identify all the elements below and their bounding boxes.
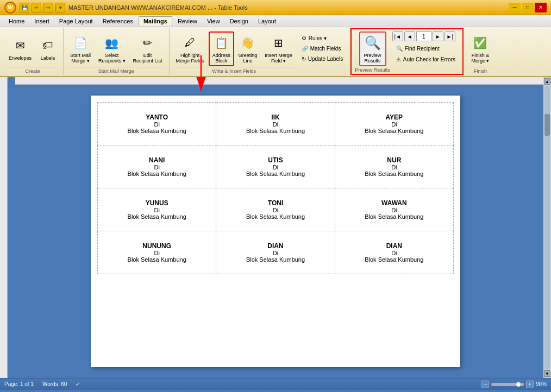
page-indicator: Page: 1 of 1 [4, 381, 34, 387]
inv-di-1-1: Di [222, 164, 329, 170]
table-cell-3-1: DIAN Di Blok Selasa Kumbung [216, 231, 335, 274]
zoom-thumb[interactable] [516, 382, 521, 387]
inv-di-0-0: Di [103, 121, 210, 128]
last-record-button[interactable]: ►| [444, 31, 455, 41]
rules-button[interactable]: ⚙ Rules ▾ [298, 33, 347, 43]
zoom-out-button[interactable]: ─ [481, 381, 489, 388]
inv-place-3-1: Blok Selasa Kumbung [222, 256, 329, 263]
arrow-annotation [185, 50, 293, 104]
undo-icon[interactable]: ↩ [32, 3, 41, 12]
menu-bar: Home Insert Page Layout References Maili… [0, 15, 551, 27]
find-recipient-icon: 🔍 [396, 46, 403, 52]
preview-results-icon: 🔍 [364, 34, 381, 52]
main-content: YANTO Di Blok Selasa KumbungIIK Di Blok … [8, 77, 543, 378]
inv-place-2-0: Blok Selasa Kumbung [103, 213, 210, 220]
create-group-label: Create [5, 67, 60, 74]
preview-group-label: Preview Results [355, 66, 390, 73]
menu-page-layout[interactable]: Page Layout [55, 17, 97, 26]
finish-buttons: ✅ Finish &Merge ▾ [467, 30, 494, 67]
zoom-in-button[interactable]: + [526, 381, 534, 388]
highlight-icon: 🖊 [181, 34, 199, 52]
title-bar-controls: ─ □ ✕ [509, 3, 547, 12]
start-mail-merge-group-label: Start Mail Merge [67, 67, 166, 74]
ribbon-group-create: ✉ Envelopes 🏷 Labels Create [2, 28, 64, 75]
select-recipients-label: SelectRecipients ▾ [98, 53, 126, 64]
finish-group-label: Finish [467, 67, 494, 74]
scroll-thumb[interactable] [544, 114, 550, 136]
close-button[interactable]: ✕ [535, 3, 547, 12]
first-record-button[interactable]: |◄ [392, 31, 403, 41]
envelopes-button[interactable]: ✉ Envelopes [5, 33, 35, 65]
nav-controls: |◄ ◄ ► ►| [392, 31, 459, 41]
edit-recipient-list-button[interactable]: ✏ EditRecipient List [130, 32, 166, 66]
inv-place-0-0: Blok Selasa Kumbung [103, 128, 210, 134]
select-recipients-button[interactable]: 👥 SelectRecipients ▾ [95, 32, 129, 66]
inv-place-0-1: Blok Selasa Kumbung [222, 128, 329, 134]
record-number-input[interactable] [416, 31, 431, 41]
menu-insert[interactable]: Insert [30, 17, 54, 26]
title-bar: W 💾 ↩ ↪ ▾ MASTER UNDANGAN WWW.ANAKCIREMA… [0, 0, 551, 15]
menu-design[interactable]: Design [226, 17, 253, 26]
auto-check-icon: ⚠ [396, 56, 401, 62]
menu-layout[interactable]: Layout [254, 17, 280, 26]
inv-name-0-0: YANTO [103, 113, 210, 121]
menu-references[interactable]: References [98, 17, 137, 26]
match-fields-button[interactable]: 🔗 Match Fields [298, 43, 347, 53]
dropdown-icon[interactable]: ▾ [55, 3, 65, 12]
prev-record-button[interactable]: ◄ [404, 31, 415, 41]
inv-name-2-2: WAWAN [341, 199, 448, 207]
zoom-slider[interactable] [491, 383, 524, 386]
inv-di-2-2: Di [341, 207, 448, 213]
edit-recipient-label: EditRecipient List [133, 53, 162, 64]
inv-di-0-2: Di [341, 121, 448, 128]
finish-merge-button[interactable]: ✅ Finish &Merge ▾ [467, 32, 494, 66]
inv-place-1-1: Blok Selasa Kumbung [222, 170, 329, 177]
menu-mailings[interactable]: Mailings [139, 16, 172, 26]
table-cell-2-2: WAWAN Di Blok Selasa Kumbung [335, 188, 453, 231]
status-right: ─ + 90% [481, 381, 547, 388]
next-record-button[interactable]: ► [433, 31, 443, 41]
scrollbar-vertical[interactable]: ▲ ▼ [543, 77, 551, 378]
inv-place-2-1: Blok Selasa Kumbung [222, 213, 329, 220]
office-logo[interactable]: W [4, 2, 16, 14]
status-left: Page: 1 of 1 Words: 60 ✓ [4, 381, 80, 387]
minimize-button[interactable]: ─ [509, 3, 521, 12]
menu-view[interactable]: View [203, 17, 224, 26]
check-mark-icon: ✓ [76, 381, 80, 387]
window-title: MASTER UNDANGAN WWW.ANAKCIREMAI.COM ... … [68, 4, 248, 11]
auto-check-button[interactable]: ⚠ Auto Check for Errors [392, 54, 459, 64]
table-cell-1-0: NANI Di Blok Selasa Kumbung [98, 146, 216, 188]
inv-di-3-1: Di [222, 250, 329, 256]
update-labels-button[interactable]: ↻ Update Labels [298, 54, 347, 64]
table-cell-1-2: NUR Di Blok Selasa Kumbung [335, 146, 453, 188]
menu-review[interactable]: Review [173, 17, 202, 26]
maximize-button[interactable]: □ [522, 3, 534, 12]
inv-di-0-1: Di [222, 121, 329, 128]
title-bar-left: W 💾 ↩ ↪ ▾ MASTER UNDANGAN WWW.ANAKCIREMA… [4, 2, 248, 14]
ribbon-group-start-mail-merge: 📄 Start MailMerge ▾ 👥 SelectRecipients ▾… [64, 28, 170, 75]
write-insert-small-buttons: ⚙ Rules ▾ 🔗 Match Fields ↻ Update Labels [298, 30, 347, 74]
table-cell-0-0: YANTO Di Blok Selasa Kumbung [98, 103, 216, 146]
edit-list-icon: ✏ [139, 34, 156, 52]
start-mail-merge-button[interactable]: 📄 Start MailMerge ▾ [67, 32, 94, 66]
find-recipient-button[interactable]: 🔍 Find Recipient [392, 43, 459, 53]
table-cell-2-0: YUNUS Di Blok Selasa Kumbung [98, 188, 216, 231]
document-area[interactable]: YANTO Di Blok Selasa KumbungIIK Di Blok … [8, 85, 543, 378]
menu-home[interactable]: Home [4, 17, 29, 26]
title-bar-icons: 💾 ↩ ↪ ▾ [20, 3, 65, 12]
scroll-track[interactable] [544, 86, 550, 369]
table-cell-3-2: DIAN Di Blok Selasa Kumbung [335, 231, 453, 274]
table-cell-3-0: NUNUNG Di Blok Selasa Kumbung [98, 231, 216, 274]
redo-icon[interactable]: ↪ [43, 3, 53, 12]
scroll-up-button[interactable]: ▲ [544, 78, 550, 85]
ribbon-group-finish: ✅ Finish &Merge ▾ Finish [464, 28, 497, 75]
scroll-down-button[interactable]: ▼ [544, 370, 550, 377]
start-merge-label: Start MailMerge ▾ [70, 53, 91, 64]
save-icon[interactable]: 💾 [20, 3, 29, 12]
inv-name-0-1: IIK [222, 113, 329, 121]
ribbon-group-preview: 🔍 PreviewResults Preview Results |◄ ◄ ► … [350, 28, 464, 75]
labels-button[interactable]: 🏷 Labels [36, 33, 60, 65]
preview-results-button[interactable]: 🔍 PreviewResults [359, 31, 386, 66]
inv-place-2-2: Blok Selasa Kumbung [341, 213, 448, 220]
inv-di-3-2: Di [341, 250, 448, 256]
